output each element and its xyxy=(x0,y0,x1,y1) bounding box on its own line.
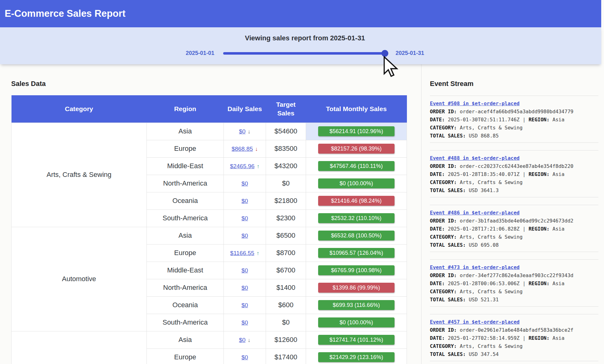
event-order-id-line: ORDER ID: order-0e2961e71a6e484abfadf583… xyxy=(430,326,598,334)
total-monthly-sales-badge: $6532.68 (100.50%) xyxy=(318,231,394,240)
daily-sales-link[interactable]: $0 xyxy=(239,337,246,343)
total-sales-label: TOTAL SALES: xyxy=(430,133,466,139)
daily-sales-cell: $868.85↓ xyxy=(224,140,266,157)
daily-sales-link[interactable]: $0 xyxy=(241,215,248,222)
region-cell: Europe xyxy=(147,244,224,262)
date-label: DATE: xyxy=(430,335,445,341)
order-id-label: ORDER ID: xyxy=(430,163,457,169)
total-monthly-sales-cell: $2532.32 (110.10%) xyxy=(306,209,407,227)
event-link[interactable]: Event #508 in $et-order-placed xyxy=(430,100,520,108)
trend-down-arrow-icon: ↓ xyxy=(248,337,250,344)
total-monthly-sales-badge: $56214.91 (102.96%) xyxy=(318,126,394,136)
daily-sales-cell: $2465.96↑ xyxy=(224,157,266,175)
date-slider[interactable] xyxy=(223,52,387,55)
total-monthly-sales-cell: $6532.68 (100.50%) xyxy=(306,227,407,244)
trend-up-arrow-icon: ↑ xyxy=(256,250,259,257)
total-sales-label: TOTAL SALES: xyxy=(430,242,466,248)
event-link[interactable]: Event #488 in $et-order-placed xyxy=(430,154,520,162)
daily-sales-link[interactable]: $0 xyxy=(241,198,248,204)
region-cell: Asia xyxy=(147,331,224,348)
total-monthly-sales-badge: $10965.57 (126.04%) xyxy=(318,248,394,258)
total-monthly-sales-cell: $0 (100.00%) xyxy=(306,314,407,331)
daily-sales-link[interactable]: $0 xyxy=(241,232,248,239)
category-label: CATEGORY: xyxy=(430,179,457,185)
slider-max-label: 2025-01-31 xyxy=(396,50,424,56)
category-label: CATEGORY: xyxy=(430,125,457,131)
app-title: E-Commerce Sales Report xyxy=(0,0,601,27)
main-content: Sales Data Category Region Daily Sales T… xyxy=(0,64,604,364)
daily-sales-link[interactable]: $868.85 xyxy=(232,146,253,152)
order-id-label: ORDER ID: xyxy=(430,109,457,115)
region-label: REGION: xyxy=(529,226,549,232)
region-cell: Oceania xyxy=(147,296,224,314)
total-monthly-sales-badge: $47567.46 (110.11%) xyxy=(318,161,394,171)
target-sales-cell: $6500 xyxy=(266,227,306,244)
target-sales-cell: $17400 xyxy=(266,348,306,364)
target-sales-cell: $2300 xyxy=(266,209,306,227)
event-total-line: TOTAL SALES: USD 695.08 xyxy=(430,241,598,249)
event-stream-panel: Event Stream Event #508 in $et-order-pla… xyxy=(421,64,604,364)
total-monthly-sales-badge: $12741.74 (101.12%) xyxy=(318,335,394,345)
event-date-line: DATE: 2025-01-27T02:58:14.959Z | REGION:… xyxy=(430,334,598,342)
event-link[interactable]: Event #486 in $et-order-placed xyxy=(430,209,520,217)
total-monthly-sales-badge: $699.93 (116.66%) xyxy=(318,300,394,310)
event-link[interactable]: Event #473 in $et-order-placed xyxy=(430,263,520,272)
daily-sales-link[interactable]: $1166.55 xyxy=(230,250,255,256)
category-label: CATEGORY: xyxy=(430,343,457,349)
total-monthly-sales-cell: $56214.91 (102.96%) xyxy=(306,123,407,140)
event-item: Event #508 in $et-order-placed ORDER ID:… xyxy=(430,96,598,143)
column-header-category: Category xyxy=(11,95,147,123)
trend-down-arrow-icon: ↓ xyxy=(255,146,258,152)
event-order-id-line: ORDER ID: order-acef4fa66bd945a3abdd9980… xyxy=(430,108,598,116)
daily-sales-link[interactable]: $0 xyxy=(241,180,248,187)
total-monthly-sales-cell: $47567.46 (110.11%) xyxy=(306,157,407,175)
event-date-line: DATE: 2025-01-28T00:06:53.006Z | REGION:… xyxy=(430,280,598,288)
total-monthly-sales-cell: $0 (100.00%) xyxy=(306,175,407,192)
daily-sales-link[interactable]: $0 xyxy=(239,128,246,135)
event-category-line: CATEGORY: Arts, Crafts & Sewing xyxy=(430,288,598,296)
target-sales-cell: $43200 xyxy=(266,157,306,175)
region-label: REGION: xyxy=(529,171,549,177)
region-cell: Europe xyxy=(147,348,224,364)
event-item: Event #488 in $et-order-placed ORDER ID:… xyxy=(430,150,598,197)
target-sales-cell: $21800 xyxy=(266,192,306,209)
region-cell: Europe xyxy=(147,140,224,157)
daily-sales-cell: $0 xyxy=(224,279,266,296)
sales-data-heading: Sales Data xyxy=(11,80,421,88)
event-list: Event #508 in $et-order-placed ORDER ID:… xyxy=(430,96,598,361)
daily-sales-link[interactable]: $0 xyxy=(241,354,248,361)
target-sales-cell: $8700 xyxy=(266,244,306,262)
slider-min-label: 2025-01-01 xyxy=(186,50,214,56)
event-order-id-line: ORDER ID: order-cc20237cc62443ee87ab4e35… xyxy=(430,162,598,170)
total-monthly-sales-badge: $2532.32 (110.10%) xyxy=(318,213,394,223)
region-label: REGION: xyxy=(529,335,549,341)
daily-sales-cell: $0↓ xyxy=(224,123,266,140)
daily-sales-link[interactable]: $0 xyxy=(241,319,248,326)
sales-row: AutomotiveAsia$0$6500$6532.68 (100.50%) xyxy=(11,227,407,244)
target-sales-cell: $0 xyxy=(266,314,306,331)
event-stream-heading: Event Stream xyxy=(430,80,598,88)
daily-sales-link[interactable]: $0 xyxy=(241,302,248,308)
total-monthly-sales-badge: $1399.86 (99.99%) xyxy=(318,283,394,293)
category-cell: Arts, Crafts & Sewing xyxy=(11,123,147,227)
slider-row: 2025-01-01 2025-01-31 xyxy=(4,50,604,56)
daily-sales-cell: $0 xyxy=(224,348,266,364)
daily-sales-link[interactable]: $2465.96 xyxy=(230,163,255,169)
total-monthly-sales-cell: $82157.26 (98.39%) xyxy=(306,140,407,157)
region-cell: Oceania xyxy=(147,192,224,209)
event-item: Event #457 in $et-order-placed ORDER ID:… xyxy=(430,314,598,361)
sales-table-header-row: Category Region Daily Sales Target Sales… xyxy=(11,95,407,123)
total-monthly-sales-badge: $0 (100.00%) xyxy=(318,317,394,327)
daily-sales-link[interactable]: $0 xyxy=(241,267,248,274)
daily-sales-cell: $1166.55↑ xyxy=(224,244,266,262)
order-id-label: ORDER ID: xyxy=(430,218,457,224)
event-category-line: CATEGORY: Arts, Crafts & Sewing xyxy=(430,342,598,350)
category-label: CATEGORY: xyxy=(430,289,457,294)
order-id-label: ORDER ID: xyxy=(430,327,457,333)
daily-sales-link[interactable]: $0 xyxy=(241,285,248,291)
target-sales-cell: $83500 xyxy=(266,140,306,157)
event-link[interactable]: Event #457 in $et-order-placed xyxy=(430,318,520,326)
total-monthly-sales-cell: $699.93 (116.66%) xyxy=(306,296,407,314)
column-header-target-sales: Target Sales xyxy=(266,95,306,123)
trend-up-arrow-icon: ↑ xyxy=(257,163,259,170)
